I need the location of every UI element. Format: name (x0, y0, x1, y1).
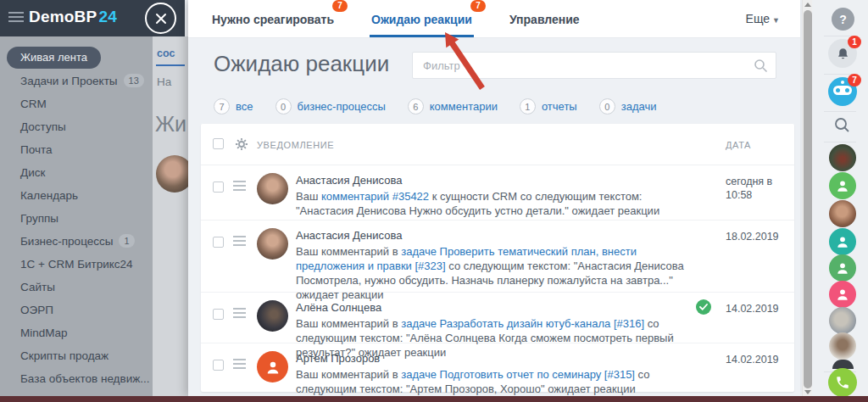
row-date: 14.02.2019 (726, 353, 782, 366)
drag-handle-icon[interactable] (233, 359, 246, 371)
filter-presets: 7все 0бизнес-процессы 6комментарии 1отче… (214, 98, 656, 114)
tab-need-to-react-badge: 7 (332, 0, 348, 12)
notifications-slider: Нужно среагировать7 Ожидаю реакции7 Упра… (188, 0, 800, 396)
tab-awaiting-reaction-badge: 7 (470, 0, 486, 12)
column-date: ДАТА (726, 140, 751, 150)
menu-icon[interactable] (8, 12, 24, 24)
row-checkbox[interactable] (213, 237, 224, 248)
select-all-checkbox[interactable] (213, 138, 224, 149)
contact-person-icon[interactable] (829, 228, 856, 255)
chip-bizproc[interactable]: 0бизнес-процессы (275, 98, 386, 114)
logo-suffix: 24 (98, 8, 117, 25)
sidebar-item-crm[interactable]: CRM (0, 92, 153, 115)
gear-icon[interactable] (235, 137, 248, 154)
dimmed-page-strip: сос На Жи (153, 36, 188, 396)
column-notification: УВЕДОМЛЕНИЕ (257, 140, 334, 150)
drag-handle-icon[interactable] (233, 308, 246, 321)
notification-link[interactable]: задаче Разработать дизайн ютуб-канала [#… (401, 317, 644, 330)
page-title: Ожидаю реакции (214, 51, 389, 77)
row-date: сегодня в 10:58 (726, 175, 782, 202)
search-icon[interactable] (834, 117, 850, 137)
contact-avatar[interactable] (829, 332, 856, 360)
sidebar-item-bizproc[interactable]: Бизнес-процессы1 (0, 230, 153, 253)
table-row[interactable]: Анастасия Денисова Ваш комментарий #3542… (201, 165, 794, 221)
row-date: 14.02.2019 (726, 302, 782, 315)
screen: DemoBP24 Живая лента Задачи и Проекты13 … (0, 0, 868, 402)
notification-link[interactable]: комментарий #35422 (321, 190, 429, 203)
sidebar-item-mindmap[interactable]: MindMap (0, 321, 153, 344)
filter-input[interactable] (423, 53, 745, 78)
contact-avatar[interactable] (829, 144, 856, 171)
table-row[interactable]: Анастасия Денисова Ваш комментарий в зад… (201, 221, 794, 293)
chip-comments[interactable]: 6комментарии (408, 98, 498, 114)
sidebar-item-groups[interactable]: Группы (0, 207, 153, 230)
sidebar-item-tasks[interactable]: Задачи и Проекты13 (0, 70, 153, 92)
help-icon[interactable]: ? (832, 8, 854, 31)
row-checkbox[interactable] (213, 360, 224, 371)
underlay-title-fragment: Жи (155, 112, 186, 137)
search-icon[interactable] (754, 59, 768, 76)
left-sidebar: Живая лента Задачи и Проекты13 CRM Досту… (0, 36, 153, 396)
contact-avatar[interactable] (829, 200, 856, 227)
tasks-count-badge: 13 (124, 74, 144, 87)
messenger-badge: 7 (848, 74, 861, 87)
sidebar-item-1c-crm[interactable]: 1С + CRM Битрикс24 (0, 253, 153, 276)
contact-avatar[interactable] (829, 307, 856, 334)
slider-content: Ожидаю реакции 7все 0бизнес-процессы 6ко… (188, 39, 800, 396)
sidebar-item-disk[interactable]: Диск (0, 161, 153, 184)
notifications-table: УВЕДОМЛЕНИЕ ДАТА Анастасия Денисова Ваш … (201, 124, 794, 392)
row-date: 18.02.2019 (726, 230, 782, 243)
row-checkbox[interactable] (213, 309, 224, 320)
sidebar-item-sales-scripts[interactable]: Скрипты продаж (0, 344, 153, 367)
drag-handle-icon[interactable] (233, 181, 246, 193)
contact-person-icon[interactable] (829, 281, 856, 308)
underlay-tab-underline (156, 64, 185, 66)
filter-box (412, 52, 776, 79)
sidebar-item-mail[interactable]: Почта (0, 138, 153, 161)
table-row[interactable]: Артем Прозоров Ваш комментарий в задаче … (201, 343, 794, 390)
drag-handle-icon[interactable] (233, 236, 246, 248)
contact-person-icon[interactable] (829, 254, 856, 282)
phone-icon[interactable] (828, 368, 857, 397)
scroll-down-icon[interactable] (804, 390, 811, 394)
tab-awaiting-reaction[interactable]: Ожидаю реакции7 (371, 13, 472, 26)
window-bottom-edge (0, 396, 868, 402)
scroll-up-icon[interactable] (804, 3, 811, 7)
sidebar-item-calendar[interactable]: Календарь (0, 184, 153, 207)
tab-management[interactable]: Управление (509, 13, 580, 26)
sidebar-item-live-feed[interactable]: Живая лента (7, 47, 101, 69)
underlay-tab-fragment: сос (157, 47, 175, 59)
author-name: Анастасия Денисова (296, 228, 691, 243)
sidebar-item-sites[interactable]: Сайты (0, 276, 153, 299)
chip-tasks[interactable]: 0задачи (599, 98, 657, 114)
avatar (257, 173, 288, 204)
underlay-link-fragment: На (157, 75, 171, 88)
author-name: Анастасия Денисова (296, 173, 691, 187)
logo: DemoBP24 (29, 8, 117, 26)
sidebar-item-access[interactable]: Доступы (0, 115, 153, 138)
table-header: УВЕДОМЛЕНИЕ ДАТА (201, 124, 794, 165)
contact-person-icon[interactable] (829, 172, 856, 199)
sidebar-item-realty-db[interactable]: База объектов недвиж... (0, 367, 153, 390)
underlay-avatar (156, 155, 188, 193)
scrollbar-thumb[interactable] (804, 10, 812, 388)
close-icon[interactable] (145, 3, 176, 34)
chip-all[interactable]: 7все (214, 98, 253, 114)
bizproc-count-badge: 1 (119, 234, 134, 248)
notification-link[interactable]: задаче Подготовить отчет по семинару [#3… (401, 368, 635, 381)
check-icon (696, 299, 711, 315)
bell-badge: 1 (848, 36, 861, 48)
row-checkbox[interactable] (213, 181, 224, 193)
author-name: Артем Прозоров (296, 351, 691, 366)
author-name: Алёна Солнцева (296, 300, 691, 315)
right-rail: ? 1 7 (812, 0, 868, 396)
avatar (257, 300, 288, 332)
more-dropdown[interactable]: Еще▼ (746, 12, 780, 25)
table-row[interactable]: Алёна Солнцева Ваш комментарий в задаче … (201, 293, 794, 343)
scrollbar (802, 0, 812, 396)
slider-tabbar: Нужно среагировать7 Ожидаю реакции7 Упра… (188, 0, 800, 38)
avatar-person-icon (257, 351, 288, 382)
sidebar-item-oerp[interactable]: ОЭРП (0, 299, 153, 321)
chip-reports[interactable]: 1отчеты (520, 98, 577, 114)
tab-need-to-react[interactable]: Нужно среагировать7 (212, 13, 334, 26)
